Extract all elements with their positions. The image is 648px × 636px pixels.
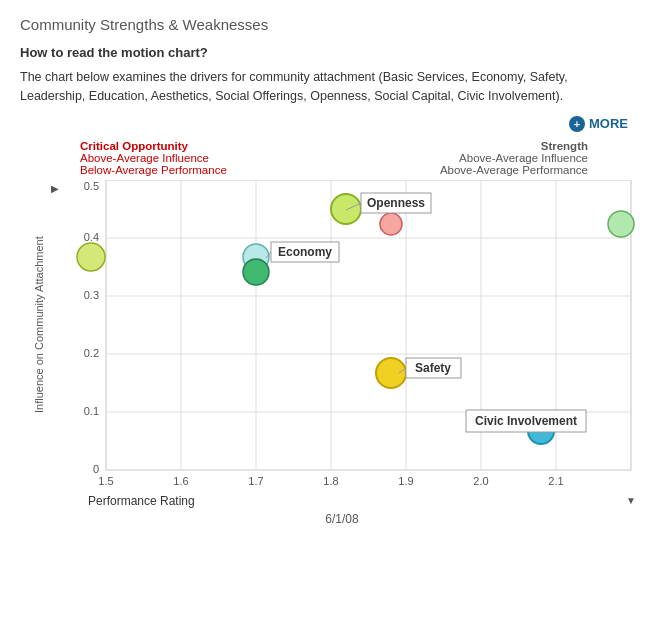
description-text: The chart below examines the drivers for… [20,68,628,106]
chart-inner: 0 0.1 0.2 0.3 0.4 0.5 1.5 1.6 1.7 1.8 1.… [66,180,636,490]
svg-text:0.1: 0.1 [84,405,99,417]
svg-text:2.1: 2.1 [548,475,563,487]
svg-text:0.4: 0.4 [84,231,99,243]
svg-text:1.7: 1.7 [248,475,263,487]
play-area: ▶ [48,180,636,490]
svg-text:Economy: Economy [278,245,332,259]
svg-text:0.2: 0.2 [84,347,99,359]
svg-text:1.6: 1.6 [173,475,188,487]
svg-text:Safety: Safety [415,361,451,375]
svg-text:Civic Involvement: Civic Involvement [475,414,577,428]
legend-left: Critical Opportunity Above-Average Influ… [80,140,227,176]
svg-text:0: 0 [93,463,99,475]
svg-point-31 [331,194,361,224]
svg-point-33 [608,211,634,237]
legend-right-line1: Above-Average Influence [440,152,588,164]
chart-container: Critical Opportunity Above-Average Influ… [20,140,628,526]
svg-point-32 [380,213,402,235]
y-axis-label: Influence on Community Attachment [33,293,45,413]
svg-text:Openness: Openness [367,196,425,210]
legend-left-line2: Below-Average Performance [80,164,227,176]
how-to-read-heading: How to read the motion chart? [20,45,628,60]
svg-point-34 [376,358,406,388]
svg-text:0.3: 0.3 [84,289,99,301]
legend-right: Strength Above-Average Influence Above-A… [440,140,588,176]
page-title: Community Strengths & Weaknesses [20,16,628,33]
svg-point-28 [77,243,105,271]
x-axis-label: Performance Rating [88,494,195,508]
svg-text:1.9: 1.9 [398,475,413,487]
date-label: 6/1/08 [48,512,636,526]
more-link[interactable]: + MORE [20,116,628,132]
svg-text:0.5: 0.5 [84,180,99,192]
x-axis-bottom: Performance Rating ▼ [48,490,636,510]
svg-point-30 [243,259,269,285]
legend-row: Critical Opportunity Above-Average Influ… [30,140,618,176]
chart-svg: 0 0.1 0.2 0.3 0.4 0.5 1.5 1.6 1.7 1.8 1.… [66,180,636,490]
y-axis-label-container: Influence on Community Attachment [30,180,48,526]
svg-text:1.5: 1.5 [98,475,113,487]
play-button[interactable]: ▶ [48,182,62,196]
dropdown-arrow-icon[interactable]: ▼ [626,495,636,506]
svg-text:1.8: 1.8 [323,475,338,487]
legend-right-title: Strength [440,140,588,152]
svg-text:2.0: 2.0 [473,475,488,487]
more-label: MORE [589,116,628,131]
legend-right-line2: Above-Average Performance [440,164,588,176]
plus-icon: + [569,116,585,132]
chart-with-axes: ▶ [48,180,636,526]
legend-left-line1: Above-Average Influence [80,152,227,164]
legend-left-title: Critical Opportunity [80,140,227,152]
chart-area: Influence on Community Attachment ▶ [30,180,618,526]
perf-rating-row: Performance Rating ▼ [88,490,636,510]
